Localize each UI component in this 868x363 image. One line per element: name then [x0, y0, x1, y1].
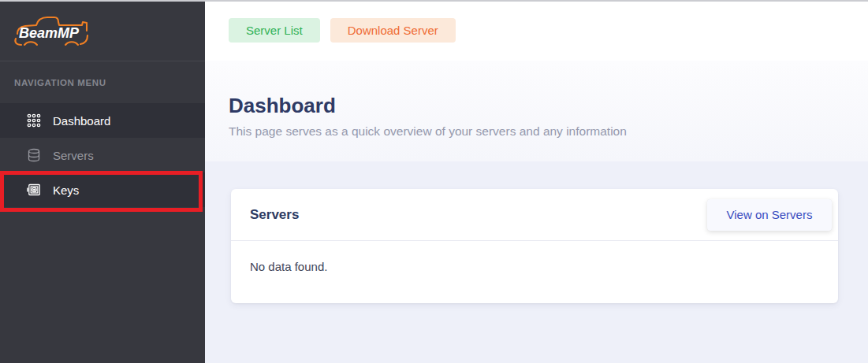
beammp-logo-icon: BeamMP — [13, 13, 95, 49]
logo-area[interactable]: BeamMP — [0, 0, 205, 61]
server-list-button[interactable]: Server List — [229, 18, 320, 43]
safe-icon — [27, 183, 41, 197]
servers-card-title: Servers — [250, 207, 299, 223]
nav-section-label: NAVIGATION MENU — [0, 61, 205, 103]
view-on-servers-button[interactable]: View on Servers — [707, 199, 832, 231]
empty-state-text: No data found. — [250, 260, 327, 273]
topbar: Server List Download Server — [205, 0, 868, 61]
sidebar-item-dashboard[interactable]: Dashboard — [0, 103, 205, 138]
download-server-button[interactable]: Download Server — [330, 18, 456, 43]
sidebar-item-label: Keys — [53, 183, 79, 197]
page-subtitle: This page serves as a quick overview of … — [229, 124, 868, 139]
sidebar-item-label: Dashboard — [53, 114, 110, 128]
sidebar-item-servers[interactable]: Servers — [0, 138, 205, 172]
grid-icon — [27, 113, 41, 128]
sidebar-item-label: Servers — [53, 149, 94, 162]
database-icon — [27, 148, 41, 162]
sidebar: BeamMP NAVIGATION MENU Dashboard Servers — [0, 0, 205, 363]
window-top-edge — [0, 0, 868, 2]
logo-text: BeamMP — [19, 25, 80, 41]
servers-card-header: Servers View on Servers — [231, 189, 838, 241]
sidebar-item-keys[interactable]: Keys — [0, 172, 205, 207]
page-title: Dashboard — [229, 94, 868, 117]
page-header: Dashboard This page serves as a quick ov… — [205, 61, 868, 161]
servers-card-body: No data found. — [231, 241, 838, 292]
servers-card: Servers View on Servers No data found. — [231, 189, 838, 303]
